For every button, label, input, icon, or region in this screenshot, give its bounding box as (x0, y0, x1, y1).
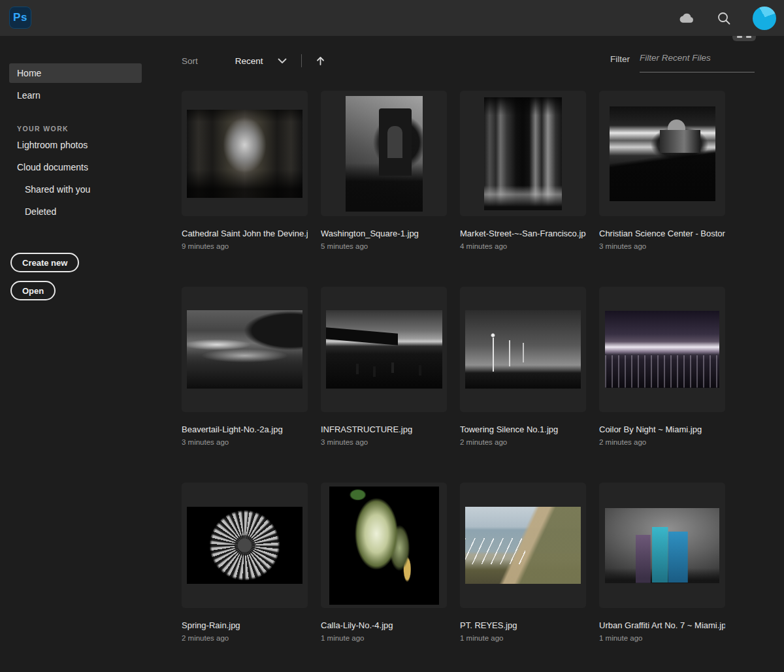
file-thumbnail[interactable] (187, 110, 302, 198)
file-thumbnail[interactable] (326, 310, 442, 389)
filter-label: Filter (610, 54, 630, 64)
file-name: Cathedral Saint John the Devine.jpg (182, 229, 308, 238)
file-card[interactable]: PT. REYES.jpg 1 minute ago (460, 483, 586, 642)
file-name: Towering Silence No.1.jpg (460, 424, 586, 434)
file-modified-time: 1 minute ago (321, 634, 447, 642)
file-thumbnail[interactable] (187, 310, 302, 389)
sidebar: Home Learn YOUR WORK Lightroom photos Cl… (0, 36, 170, 672)
file-grid: Cathedral Saint John the Devine.jpg 9 mi… (182, 91, 755, 672)
file-modified-time: 2 minutes ago (182, 634, 308, 642)
file-thumbnail[interactable] (605, 508, 719, 583)
file-name: Market-Street-~-San-Francisco.jpg (460, 229, 586, 238)
sidebar-item-label: Shared with you (25, 184, 90, 195)
file-thumbnail[interactable] (187, 507, 302, 584)
search-icon[interactable] (715, 9, 733, 27)
toolbar-divider (301, 54, 302, 67)
sidebar-item-home[interactable]: Home (9, 63, 142, 83)
file-name: Spring-Rain.jpg (182, 620, 308, 630)
open-button[interactable]: Open (10, 281, 56, 300)
file-modified-time: 1 minute ago (599, 634, 725, 642)
sidebar-item-learn[interactable]: Learn (9, 86, 142, 105)
file-card-frame[interactable] (321, 287, 447, 412)
file-name: Washington_Square-1.jpg (321, 229, 447, 238)
file-card-frame[interactable] (599, 91, 725, 216)
file-modified-time: 3 minutes ago (182, 438, 308, 446)
sidebar-item-cloud-documents[interactable]: Cloud documents (9, 157, 142, 177)
sidebar-item-deleted[interactable]: Deleted (9, 202, 142, 221)
file-card-frame[interactable] (460, 483, 586, 608)
file-card-frame[interactable] (460, 287, 586, 412)
file-modified-time: 3 minutes ago (599, 242, 725, 250)
file-card[interactable]: Beavertail-Light-No.-2a.jpg 3 minutes ag… (182, 287, 308, 446)
file-name: Christian Science Center - Boston.jpg (599, 229, 725, 238)
file-modified-time: 2 minutes ago (599, 438, 725, 446)
file-card-frame[interactable] (321, 483, 447, 608)
file-name: PT. REYES.jpg (460, 620, 586, 630)
file-card-frame[interactable] (321, 91, 447, 216)
sidebar-item-label: Deleted (25, 206, 56, 217)
file-card[interactable]: Washington_Square-1.jpg 5 minutes ago (321, 91, 447, 250)
file-card-frame[interactable] (182, 287, 308, 412)
file-thumbnail[interactable] (346, 96, 423, 212)
file-card-frame[interactable] (460, 91, 586, 216)
file-thumbnail[interactable] (605, 311, 719, 388)
account-avatar[interactable] (753, 7, 776, 30)
file-thumbnail[interactable] (484, 97, 562, 210)
file-name: Urban Graffiti Art No. 7 ~ Miami.jpg (599, 620, 725, 630)
file-card[interactable]: Spring-Rain.jpg 2 minutes ago (182, 483, 308, 642)
sidebar-item-label: Cloud documents (17, 162, 88, 172)
filter-input[interactable] (640, 53, 755, 72)
sidebar-item-label: Home (17, 68, 41, 78)
sidebar-item-lightroom-photos[interactable]: Lightroom photos (9, 135, 142, 155)
file-modified-time: 9 minutes ago (182, 242, 308, 250)
cloud-sync-icon[interactable] (677, 9, 695, 27)
file-thumbnail[interactable] (329, 487, 439, 605)
file-card-frame[interactable] (182, 91, 308, 216)
file-modified-time: 2 minutes ago (460, 438, 586, 446)
file-card[interactable]: INFRASTRUCTURE.jpg 3 minutes ago (321, 287, 447, 446)
file-name: Beavertail-Light-No.-2a.jpg (182, 424, 308, 434)
create-new-button[interactable]: Create new (10, 253, 79, 272)
file-card[interactable]: Towering Silence No.1.jpg 2 minutes ago (460, 287, 586, 446)
file-card[interactable]: Coilor By Night ~ Miami.jpg 2 minutes ag… (599, 287, 725, 446)
sidebar-item-label: Lightroom photos (17, 140, 88, 150)
file-card-frame[interactable] (599, 483, 725, 608)
file-name: Calla-Lily-No.-4.jpg (321, 620, 447, 630)
file-name: INFRASTRUCTURE.jpg (321, 424, 447, 434)
file-name: Coilor By Night ~ Miami.jpg (599, 424, 725, 434)
sort-direction-icon[interactable] (316, 56, 325, 66)
file-card[interactable]: Christian Science Center - Boston.jpg 3 … (599, 91, 725, 250)
file-card[interactable]: Urban Graffiti Art No. 7 ~ Miami.jpg 1 m… (599, 483, 725, 642)
sidebar-item-label: Learn (17, 90, 41, 101)
main-content: Sort Recent Filter Cathedral Sa (182, 36, 755, 672)
file-modified-time: 3 minutes ago (321, 438, 447, 446)
top-bar: Ps (0, 0, 784, 36)
photoshop-logo[interactable]: Ps (9, 7, 31, 29)
sort-label: Sort (182, 56, 198, 66)
file-modified-time: 4 minutes ago (460, 242, 586, 250)
file-thumbnail[interactable] (465, 507, 581, 584)
file-card[interactable]: Calla-Lily-No.-4.jpg 1 minute ago (321, 483, 447, 642)
file-card[interactable]: Cathedral Saint John the Devine.jpg 9 mi… (182, 91, 308, 250)
file-modified-time: 5 minutes ago (321, 242, 447, 250)
your-work-section-label: YOUR WORK (17, 125, 170, 133)
file-card-frame[interactable] (599, 287, 725, 412)
toolbar: Sort Recent Filter (182, 54, 755, 74)
file-thumbnail[interactable] (610, 106, 715, 201)
sidebar-item-shared-with-you[interactable]: Shared with you (9, 180, 142, 199)
file-card-frame[interactable] (182, 483, 308, 608)
file-card[interactable]: Market-Street-~-San-Francisco.jpg 4 minu… (460, 91, 586, 250)
sort-dropdown[interactable]: Recent (235, 56, 263, 66)
file-thumbnail[interactable] (465, 310, 581, 389)
file-modified-time: 1 minute ago (460, 634, 586, 642)
chevron-down-icon[interactable] (278, 58, 287, 64)
